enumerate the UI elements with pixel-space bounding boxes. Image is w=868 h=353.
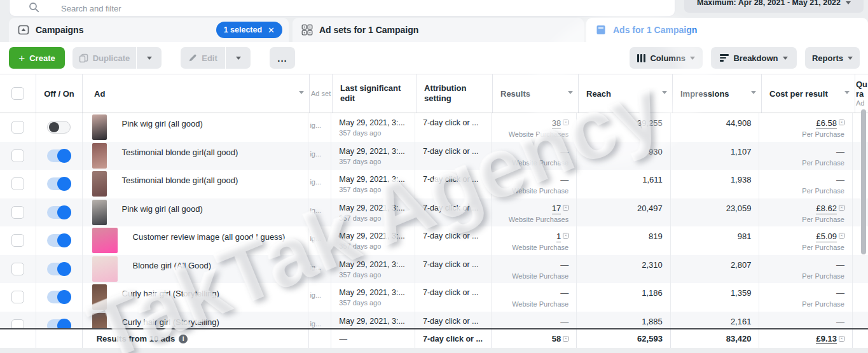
footer-toggle-cell xyxy=(36,329,83,348)
reports-button[interactable]: Reports xyxy=(805,47,860,69)
last-edit-date: May 29, 2021, 3:... xyxy=(339,175,407,184)
header-quality-ranking[interactable]: Qu ra Ad xyxy=(855,74,868,113)
row-checkbox[interactable] xyxy=(11,319,24,328)
ad-thumbnail xyxy=(92,171,107,197)
row-ad-cell: Testimonial blonde girl(all good) xyxy=(83,142,309,170)
row-checkbox[interactable] xyxy=(11,177,24,190)
cost-value: £5.09 xyxy=(816,232,837,242)
info-icon[interactable]: i xyxy=(179,335,188,343)
ad-name-link[interactable]: Customer review image (all good I guess) xyxy=(133,232,286,242)
breakdown-button[interactable]: Breakdown xyxy=(711,47,797,69)
row-attribution-cell: 7-day click or ... xyxy=(415,312,492,329)
tab-label: Ads for 1 Campaign xyxy=(613,25,697,35)
row-checkbox[interactable] xyxy=(11,263,24,275)
tab-ad-sets[interactable]: Ad sets for 1 Campaign xyxy=(293,18,584,42)
tab-ads[interactable]: Ads for 1 Campaign xyxy=(586,18,868,42)
edit-dropdown-button[interactable] xyxy=(225,47,251,69)
ad-toggle[interactable] xyxy=(47,319,71,328)
edit-button[interactable]: Edit xyxy=(181,47,225,69)
ad-toggle[interactable] xyxy=(47,291,71,303)
header-cost-per-result[interactable]: Cost per result xyxy=(762,74,855,113)
header-impressions[interactable]: Impressions xyxy=(673,74,762,113)
results-value: — xyxy=(560,147,568,157)
row-adset-cell: ig... xyxy=(308,255,331,284)
footer-cost-total: £9.13× xyxy=(759,329,853,348)
plus-icon: + xyxy=(18,53,25,64)
toolbar-right: Columns Breakdown Reports xyxy=(630,47,860,69)
campaigns-icon xyxy=(18,24,29,36)
duplicate-button[interactable]: Duplicate xyxy=(72,47,136,69)
header-ad-set[interactable]: Ad set xyxy=(310,74,333,113)
header-ad[interactable]: Ad xyxy=(83,74,310,113)
row-ad-cell: Pink wig girl (all good) xyxy=(83,113,309,142)
impressions-value: 1,359 xyxy=(679,288,752,298)
row-attribution-cell: 7-day click or ... xyxy=(415,226,492,255)
date-range-selector[interactable]: Maximum: Apr 28, 2021 - May 21, 2022 xyxy=(684,0,864,13)
ad-name-link[interactable]: Curly hair girl (Storytelling) xyxy=(122,317,219,327)
vertical-scrollbar-thumb[interactable] xyxy=(861,109,866,254)
row-results-cell: 17× Website Purchases xyxy=(492,198,577,227)
row-adset-cell: ig... xyxy=(308,226,331,255)
row-attribution-cell: 7-day click or ... xyxy=(415,170,492,198)
ad-toggle[interactable] xyxy=(47,206,71,219)
attribution-note-icon: × xyxy=(839,336,844,342)
more-actions-button[interactable]: ... xyxy=(270,47,295,69)
row-edit-cell: May 29, 2021, 3:... 357 days ago xyxy=(331,170,415,198)
row-checkbox[interactable] xyxy=(11,206,24,219)
ad-name-link[interactable]: Pink wig girl (all good) xyxy=(122,119,203,128)
row-checkbox[interactable] xyxy=(11,291,24,303)
row-ad-cell: Customer review image (all good I guess) xyxy=(83,226,309,255)
ad-sets-icon xyxy=(301,24,313,36)
ad-name-link[interactable]: Pink wig girl (all good) xyxy=(122,204,203,214)
row-cost-cell: —× xyxy=(759,312,853,329)
columns-button[interactable]: Columns xyxy=(630,47,703,69)
last-edit-date: May 29, 2021, 3:... xyxy=(339,204,407,212)
row-quality-cell xyxy=(853,255,868,284)
search-input[interactable] xyxy=(61,4,570,13)
row-results-cell: —× xyxy=(492,312,577,329)
ad-toggle[interactable] xyxy=(47,263,71,275)
ad-toggle[interactable] xyxy=(47,234,71,247)
results-type-label: Website Purchase xyxy=(499,244,569,251)
sort-caret-icon xyxy=(568,91,573,94)
row-checkbox[interactable] xyxy=(11,234,24,247)
row-checkbox[interactable] xyxy=(11,121,24,134)
row-checkbox[interactable] xyxy=(11,149,24,162)
last-edit-date: May 29, 2021, 3:... xyxy=(339,260,407,269)
table-row: Testimonial blonde girl(all good) ig... … xyxy=(0,142,868,170)
ad-toggle[interactable] xyxy=(47,121,71,134)
table-row: Pink wig girl (all good) ig... May 29, 2… xyxy=(0,113,868,142)
results-type-label: Website Purchases xyxy=(499,130,569,138)
ad-name-link[interactable]: Testimonial blonde girl(all good) xyxy=(122,148,238,157)
row-cost-cell: £8.62× Per Purchase xyxy=(759,198,853,227)
sort-caret-icon xyxy=(844,91,850,94)
row-cost-cell: £5.09× Per Purchase xyxy=(759,226,853,255)
last-edit-relative: 357 days ago xyxy=(339,299,407,307)
cost-value: — xyxy=(836,288,844,298)
duplicate-dropdown-button[interactable] xyxy=(136,47,162,69)
header-off-on: Off / On xyxy=(36,74,83,113)
row-edit-cell: May 29, 2021, 3:... 357 days ago xyxy=(331,142,415,170)
ad-name-link[interactable]: Testimonial blonde girl(all good) xyxy=(122,176,238,185)
ad-toggle[interactable] xyxy=(47,149,71,162)
header-attribution-setting[interactable]: Attribution setting xyxy=(417,74,493,113)
tab-campaigns[interactable]: Campaigns 1 selected ✕ xyxy=(9,18,289,42)
ad-toggle[interactable] xyxy=(47,177,71,190)
reach-value: 1,186 xyxy=(584,288,663,298)
close-icon[interactable]: ✕ xyxy=(268,25,275,35)
last-edit-relative: 357 days ago xyxy=(339,129,407,137)
chevron-down-icon xyxy=(846,1,851,4)
row-toggle-cell xyxy=(36,283,83,312)
row-toggle-cell xyxy=(36,312,83,329)
header-last-significant-edit[interactable]: Last significant edit xyxy=(333,74,417,113)
ad-name-link[interactable]: Curly hair girl (Storytelling) xyxy=(122,289,219,298)
footer-attribution-cell: 7-day click or ... xyxy=(415,329,492,348)
create-button[interactable]: + Create xyxy=(9,47,65,69)
cost-type-label: Per Purchase xyxy=(767,244,844,251)
ad-name-link[interactable]: Blonde girl (All Good) xyxy=(133,261,212,270)
selected-filter-badge[interactable]: 1 selected ✕ xyxy=(216,22,282,38)
header-results[interactable]: Results xyxy=(493,74,579,113)
select-all-checkbox[interactable] xyxy=(11,87,24,100)
header-reach[interactable]: Reach xyxy=(579,74,673,113)
footer-results-summary: Results from 10 ads i xyxy=(83,329,309,348)
